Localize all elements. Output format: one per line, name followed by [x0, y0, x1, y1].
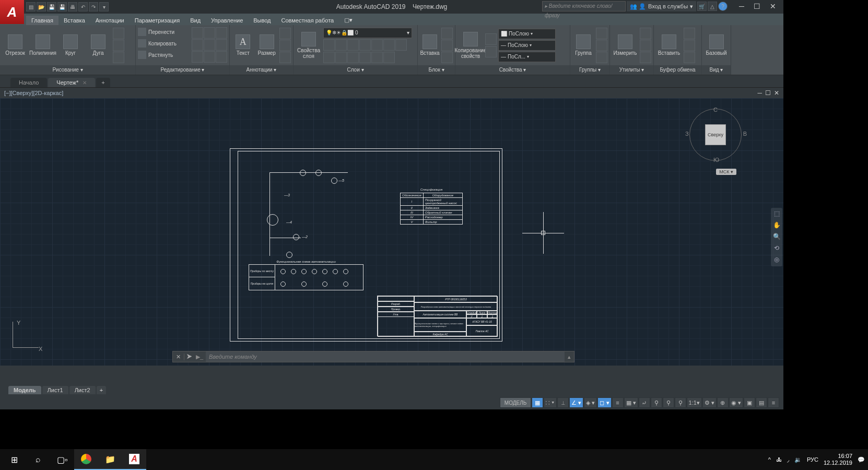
baseview-button[interactable]: Базовый — [704, 27, 729, 64]
group-sm2-icon[interactable] — [596, 40, 607, 51]
trim-icon[interactable] — [204, 27, 215, 39]
arc-button[interactable]: Дуга — [85, 27, 111, 64]
nav-orbit-icon[interactable]: ⟲ — [772, 244, 781, 253]
layer-sm2-icon[interactable] — [335, 39, 347, 51]
util-sm2-icon[interactable] — [640, 40, 651, 51]
rotate-icon[interactable] — [192, 27, 203, 39]
qat-save-icon[interactable]: 💾 — [47, 2, 56, 11]
panel-block-title[interactable]: Блок ▾ — [418, 65, 455, 75]
layer-sm7-icon[interactable] — [395, 39, 407, 51]
lineweight-combo[interactable]: — ПоСлою — [498, 40, 556, 51]
group-sm3-icon[interactable] — [596, 52, 607, 63]
viewcube[interactable]: С Ю З В Сверху — [689, 109, 742, 161]
status-ann3-icon[interactable]: ⚲ — [675, 397, 686, 408]
exchange-icon[interactable]: 🛒 — [697, 2, 707, 11]
status-cycle-icon[interactable]: ⤾ — [639, 397, 650, 408]
color-combo[interactable]: ⬜ ПоСлою — [498, 29, 556, 39]
status-grid-icon[interactable]: ▦ — [532, 397, 543, 408]
matchprops-button[interactable]: Копирование свойств — [458, 27, 484, 64]
vc-south[interactable]: Ю — [713, 157, 719, 163]
tab-add[interactable]: + — [96, 78, 110, 87]
autocad-taskbar-icon[interactable]: A — [122, 449, 146, 470]
nav-full-icon[interactable]: ⬚ — [772, 210, 781, 218]
draw-sm1-icon[interactable] — [113, 28, 124, 39]
stretch-button[interactable]: Растянуть — [138, 49, 173, 61]
draw-sm2-icon[interactable] — [113, 40, 124, 51]
status-iso-icon[interactable]: ◈ ▾ — [584, 397, 597, 408]
status-monit-icon[interactable]: ⊕ — [717, 397, 729, 408]
group-button[interactable]: Группа — [572, 27, 594, 64]
qat-undo-icon[interactable]: ↶ — [78, 2, 88, 11]
layer-sm1-icon[interactable] — [323, 39, 335, 51]
status-trans-icon[interactable]: ▦ ▾ — [624, 397, 638, 408]
vc-north[interactable]: С — [713, 107, 718, 113]
status-ortho-icon[interactable]: ⟂ — [557, 397, 569, 408]
layer-sm12-icon[interactable] — [371, 52, 383, 63]
layer-sm13-icon[interactable] — [383, 52, 395, 63]
layout-sheet2[interactable]: Лист2 — [69, 386, 96, 394]
text-button[interactable]: AТекст — [232, 27, 254, 64]
vc-east[interactable]: В — [743, 131, 747, 137]
qat-saveas-icon[interactable]: 💾 — [57, 2, 67, 11]
draw-sm3-icon[interactable] — [113, 52, 124, 63]
copy-button[interactable]: Копировать — [138, 38, 177, 49]
status-clean-icon[interactable]: ▤ — [756, 397, 767, 408]
cmd-history-icon[interactable]: ▴ — [565, 354, 574, 360]
erase-icon[interactable] — [216, 27, 227, 39]
layer-sm9-icon[interactable] — [335, 52, 347, 63]
tab-annotate[interactable]: Аннотации — [90, 16, 130, 25]
mirror-icon[interactable] — [192, 39, 203, 51]
tray-sound-icon[interactable]: 🔉 — [794, 456, 802, 463]
status-custom-icon[interactable]: ≡ — [768, 397, 779, 408]
line-button[interactable]: Отрезок — [2, 27, 28, 64]
offset-icon[interactable] — [216, 51, 227, 63]
block-sm2-icon[interactable] — [441, 40, 453, 51]
status-ws-icon[interactable]: ⚙ ▾ — [702, 397, 717, 408]
tray-wifi-icon[interactable]: ◞ — [787, 456, 789, 463]
array-icon[interactable] — [204, 51, 215, 63]
status-ann1-icon[interactable]: ⚲ — [651, 397, 662, 408]
vp-min-icon[interactable]: ─ — [757, 88, 762, 98]
search-button[interactable]: ⌕ — [26, 449, 50, 470]
layout-add[interactable]: + — [97, 386, 106, 394]
layout-sheet1[interactable]: Лист1 — [42, 386, 68, 394]
layout-model[interactable]: Модель — [8, 386, 41, 394]
a360-icon[interactable]: △ — [708, 2, 717, 11]
tab-home[interactable]: Главная — [26, 16, 58, 25]
linetype-combo[interactable]: — ПоСл... — [498, 52, 556, 62]
layer-sm11-icon[interactable] — [359, 52, 371, 63]
panel-props-title[interactable]: Свойства ▾ — [455, 65, 570, 75]
nav-zoom-icon[interactable]: 🔍 — [772, 233, 781, 241]
status-scale[interactable]: 1:1 ▾ — [687, 397, 702, 408]
tab-featured[interactable]: ▢▾ — [339, 15, 358, 25]
table-icon[interactable] — [279, 40, 291, 51]
drawing-canvas[interactable]: —3 —4 —2 —5 Спецификация ОбозначениеОбор… — [0, 98, 783, 366]
props-color-icon[interactable] — [485, 33, 497, 45]
cmd-input[interactable]: Введите команду — [206, 351, 565, 362]
status-lwt-icon[interactable]: ≡ — [612, 397, 624, 408]
qat-plot-icon[interactable]: 🖶 — [68, 2, 77, 11]
status-hw-icon[interactable]: ◉ ▾ — [729, 397, 743, 408]
search-input[interactable]: ▸ Введите ключевое слово/фразу — [542, 1, 626, 11]
status-model[interactable]: МОДЕЛЬ — [500, 397, 531, 408]
clip-sm3-icon[interactable] — [684, 52, 695, 63]
scale-icon[interactable] — [192, 51, 203, 63]
layer-sm5-icon[interactable] — [371, 39, 383, 51]
help-icon[interactable]: ? — [718, 2, 728, 11]
panel-layers-title[interactable]: Слои ▾ — [294, 65, 417, 75]
tab-parametric[interactable]: Параметризация — [130, 16, 185, 25]
tray-network-icon[interactable]: 🖧 — [776, 456, 782, 463]
tab-output[interactable]: Вывод — [248, 16, 276, 25]
vc-face[interactable]: Сверху — [705, 124, 726, 145]
util-sm1-icon[interactable] — [640, 28, 651, 39]
layer-props-button[interactable]: Свойства слоя — [296, 27, 322, 64]
panel-draw-title[interactable]: Рисование ▾ — [0, 65, 135, 75]
tab-insert[interactable]: Вставка — [58, 16, 90, 25]
tab-start[interactable]: Начало — [10, 78, 47, 87]
layer-sm6-icon[interactable] — [383, 39, 395, 51]
panel-annot-title[interactable]: Аннотации ▾ — [230, 65, 293, 75]
app-logo[interactable]: A — [0, 0, 24, 24]
panel-clip-title[interactable]: Буфер обмена — [654, 65, 701, 75]
qat-redo-icon[interactable]: ↷ — [89, 2, 98, 11]
nav-pan-icon[interactable]: ✋ — [772, 221, 781, 230]
